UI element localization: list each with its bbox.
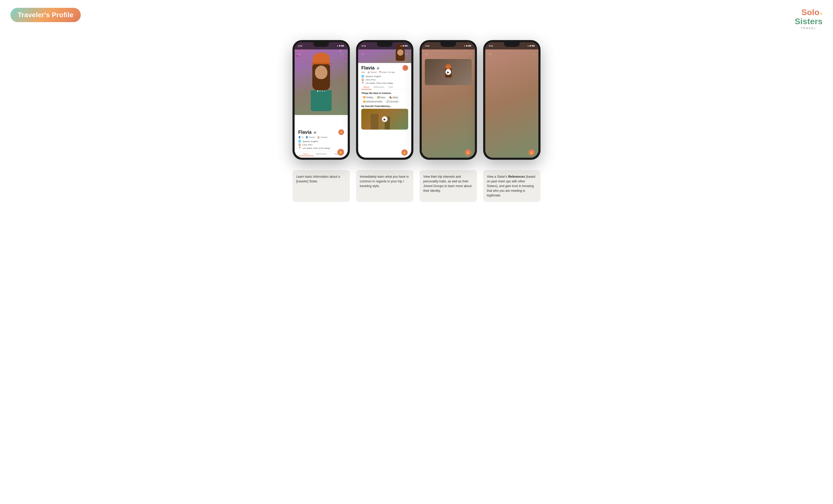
phone1-lang-val: Spanish, English — [303, 140, 318, 143]
phone4-menu-dots[interactable]: ··· — [532, 52, 535, 56]
phone2-lang-val: Spanish, English — [365, 75, 381, 78]
logo-solo: Solo — [802, 7, 819, 17]
phone2-common-title: Things We Have In Common — [361, 92, 408, 95]
phone2-traveler: 🏠 Traveler — [367, 71, 377, 73]
phone1-age-val: 32 — [301, 136, 304, 138]
phone1-menu-dots[interactable]: ··· — [341, 52, 344, 56]
parks-emoji: 🌿 — [377, 96, 380, 99]
desc3-text: View their trip interests and personalit… — [423, 175, 472, 193]
phone2-home: 🏠 Lima, Peru — [361, 78, 408, 81]
phone2-memory-title: My Favorite Travel Memory... — [361, 105, 408, 107]
desc-boxes-row: Learn basic information about a [travele… — [10, 170, 823, 202]
phone4-time: 9:41 — [489, 45, 493, 47]
phone3-status-icons: ▲ ◼ ▮▮▮ — [463, 45, 471, 47]
phone2-back-arrow[interactable]: ← — [361, 52, 365, 56]
dot1 — [317, 90, 318, 92]
phone1-loc-val: Les Halles, Paris (3 km away) — [303, 147, 330, 149]
tag-parks: 🌿 Parks — [375, 96, 387, 99]
tag-music: 🎵 Live music — [384, 100, 400, 103]
phone1-name-group: Flavia 🔊 — [298, 130, 317, 135]
phone2-video[interactable]: ▶ — [361, 109, 408, 130]
phone2-tab-references[interactable]: References — [372, 85, 386, 90]
phone4-status-icons: ▲ ◼ ▮▮▮ — [527, 45, 535, 47]
hiking-emoji: 🥾 — [389, 96, 392, 99]
phone1-loc-icon: 📍 — [298, 147, 301, 149]
phone2-action-btn[interactable]: 📍 — [402, 65, 408, 71]
face — [315, 66, 327, 79]
phone2-pronouns: s/her — [361, 71, 365, 73]
page-header: Traveler's Profile Solo✦ Sisters TRAVEL — [10, 8, 823, 30]
phone3-frame: 9:41 ▲ ◼ ▮▮▮ ← ··· — [420, 40, 477, 160]
logo-stars: ✦ — [819, 12, 823, 16]
phone2-location: 📍 Les Halles, Paris (3 km away) — [361, 82, 408, 84]
phone3-video-area: ▶ — [422, 59, 475, 85]
phone2-hand-icon[interactable]: ✋ — [401, 149, 408, 156]
phone1-back-arrow[interactable]: ← — [298, 52, 301, 56]
phone2-languages: 🌐 Spanish, English — [361, 75, 408, 78]
phone1-status-icons: ▲ ◼ ▮▮▮ — [336, 45, 344, 47]
tag-hiking: 🥾 Hiking — [387, 96, 399, 99]
page-title: Traveler's Profile — [18, 11, 73, 19]
phone4-wrapper: 9:41 ▲ ◼ ▮▮▮ ← ··· Flavia 🔊 — [483, 40, 541, 160]
phone1-pronoun-icon: 👤 — [306, 136, 308, 138]
phone2-tab-about[interactable]: About — [361, 85, 372, 90]
parks-label: Parks — [380, 97, 385, 98]
phone1-hero: ← ··· — [294, 42, 348, 115]
phone4-bg — [485, 42, 539, 158]
phone4-status-bar: 9:41 ▲ ◼ ▮▮▮ — [485, 42, 539, 49]
phone1-home: 🏠 Lima, Peru — [298, 143, 344, 146]
desc4-bold: References — [508, 175, 525, 178]
dot4 — [324, 90, 325, 92]
phone1-sound-icon[interactable]: 🔊 — [314, 131, 317, 134]
phone2-menu-dots[interactable]: ··· — [405, 52, 408, 56]
phone2-tabs: About References Trips — [361, 85, 408, 90]
phone1-tab-references[interactable]: References — [314, 152, 329, 156]
thrifting-label: Thrifting — [366, 97, 373, 98]
phone2-name: Flavia — [361, 65, 375, 71]
phone1-pronouns: 👤 she/her — [306, 136, 315, 138]
foodie-label: Adventurous foodie — [366, 101, 382, 102]
phone2-frame: 9:41 ▲ ◼ ▮▮▮ ← ··· — [356, 40, 413, 160]
logo-text: Solo✦ Sisters — [795, 8, 823, 26]
phone1-action-btn[interactable]: ✋ — [338, 129, 344, 135]
phone3-menu-dots[interactable]: ··· — [469, 52, 471, 56]
phone3-back-arrow[interactable]: ← — [425, 52, 428, 56]
phone2-active: ⏰ Active 2 hrs ago — [379, 71, 395, 73]
phone2-content: Flavia 🔊 📍 s/her 🏠 Traveler ⏰ Active 2 h… — [358, 63, 411, 132]
phone1-age: 👤 32 — [298, 136, 304, 138]
phone1-pronoun-val: she/her — [309, 136, 315, 138]
hair-body — [312, 64, 330, 90]
phone4-back-arrow[interactable]: ← — [489, 52, 492, 56]
phone3-time: 9:41 — [425, 45, 430, 47]
phone2-name-row: Flavia 🔊 📍 — [361, 65, 408, 71]
phone1-languages: 🌐 Spanish, English — [298, 140, 344, 143]
logo-area: Solo✦ Sisters TRAVEL — [795, 8, 823, 30]
phone1-tab-about[interactable]: About — [298, 152, 314, 156]
music-label: Live music — [389, 101, 398, 102]
dot3 — [322, 90, 323, 92]
phone3-status-bar: 9:41 ▲ ◼ ▮▮▮ — [422, 42, 475, 49]
phone3-notch — [441, 42, 456, 47]
p2-face — [397, 49, 403, 56]
desc-box-2: Immediately learn what you have in commo… — [356, 170, 413, 202]
phone1-meta-row: 👤 32 👤 she/her 🏠 Traveler — [298, 136, 344, 138]
hat — [313, 53, 330, 64]
foodie-emoji: 😋 — [363, 100, 366, 103]
phone3-video-thumb[interactable]: ▶ — [425, 59, 472, 85]
desc-box-4: View a Sister's References (based on pas… — [483, 170, 541, 202]
phone2-tab-trips[interactable]: Trips — [386, 85, 395, 90]
phone1-traveler-val: Traveler — [320, 136, 327, 138]
dot2 — [319, 90, 320, 92]
phone2-home-icon: 🏠 — [361, 78, 364, 81]
phone2-name-group: Flavia 🔊 — [361, 65, 380, 71]
phone2-sound-icon[interactable]: 🔊 — [377, 67, 380, 70]
phone2-loc-val: Les Halles, Paris (3 km away) — [365, 82, 393, 84]
page-title-badge: Traveler's Profile — [10, 8, 81, 22]
phone1-person-icon: 👤 — [298, 136, 301, 138]
logo-sisters: Sisters — [795, 17, 823, 26]
phone1-traveler-icon: 🏠 — [317, 136, 320, 138]
phone1-location: 📍 Les Halles, Paris (3 km away) — [298, 147, 344, 149]
person-figure — [309, 53, 333, 99]
phone2-wrapper: 9:41 ▲ ◼ ▮▮▮ ← ··· — [356, 40, 413, 160]
phone1-name: Flavia — [298, 130, 311, 135]
